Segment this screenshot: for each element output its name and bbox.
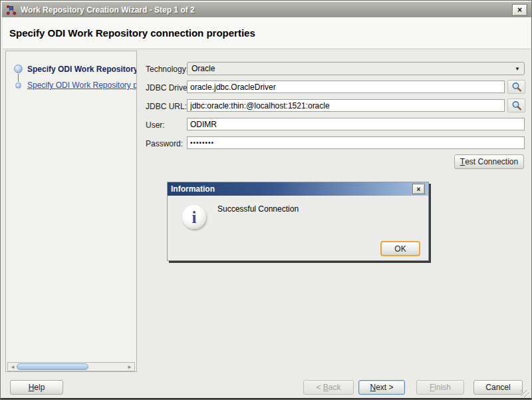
finish-button[interactable]: Finish — [416, 380, 464, 395]
back-button[interactable]: < Back — [303, 380, 354, 395]
step-2-bullet-icon — [15, 83, 21, 89]
next-label: ext > — [376, 383, 393, 392]
jdbc-driver-label: JDBC Driver: — [146, 83, 192, 93]
information-dialog: Information × i Successful Connection OK — [167, 182, 429, 261]
dialog-close-icon[interactable]: × — [412, 184, 425, 194]
test-connection-button[interactable]: Test Connection — [454, 154, 524, 169]
finish-label: inish — [434, 383, 451, 392]
scroll-right-icon[interactable]: ► — [127, 363, 132, 371]
user-input[interactable] — [187, 118, 525, 130]
technology-select[interactable]: Oracle ▼ — [187, 62, 525, 75]
ok-button[interactable]: OK — [380, 241, 420, 256]
chevron-down-icon: ▼ — [515, 66, 520, 72]
window-title: Work Repository Creation Wizard - Step 1… — [21, 5, 195, 15]
sidebar-item-step-2[interactable]: Specify ODI Work Repository prop — [27, 81, 137, 90]
user-label: User: — [146, 120, 165, 130]
info-icon-glyph: i — [192, 209, 197, 226]
jdbc-driver-input[interactable] — [187, 81, 505, 93]
title-bar[interactable]: Work Repository Creation Wizard - Step 1… — [2, 2, 531, 17]
password-label: Password: — [146, 139, 183, 148]
close-icon[interactable]: × — [512, 4, 527, 16]
next-mnemonic: N — [370, 383, 376, 392]
scrollbar-thumb[interactable] — [17, 363, 88, 370]
help-mnemonic: H — [29, 383, 35, 392]
next-button[interactable]: Next > — [358, 380, 405, 395]
app-icon — [6, 5, 17, 15]
jdbc-driver-search-icon[interactable] — [507, 80, 525, 94]
sidebar-horizontal-scrollbar[interactable]: ◄ ► — [7, 362, 135, 371]
wizard-window: Work Repository Creation Wizard - Step 1… — [0, 0, 532, 400]
wizard-header: Specify ODI Work Repository connection p… — [3, 17, 531, 49]
back-label: ack — [329, 383, 341, 392]
dialog-message: Successful Connection — [217, 204, 299, 214]
test-connection-mnemonic: T — [460, 157, 465, 166]
password-input[interactable] — [187, 136, 525, 149]
scroll-left-icon[interactable]: ◄ — [10, 363, 15, 371]
steps-sidebar: Specify ODI Work Repository Specify ODI … — [5, 51, 137, 372]
page-title: Specify ODI Work Repository connection p… — [9, 27, 255, 39]
dialog-title-bar[interactable]: Information × — [168, 182, 428, 196]
info-icon: i — [182, 205, 206, 229]
technology-label: Technology: — [146, 65, 188, 74]
jdbc-url-label: JDBC URL: — [146, 102, 187, 111]
step-1-bullet-icon — [14, 65, 23, 73]
cancel-button[interactable]: Cancel — [473, 380, 523, 395]
sidebar-item-step-1[interactable]: Specify ODI Work Repository — [27, 65, 137, 74]
help-button[interactable]: Help — [10, 380, 63, 395]
step-connector-line — [18, 74, 19, 82]
back-prefix: < — [316, 383, 323, 392]
back-mnemonic: B — [323, 383, 329, 392]
jdbc-url-input[interactable] — [187, 99, 505, 112]
resize-grip-icon[interactable] — [521, 390, 529, 397]
dialog-title: Information — [171, 184, 215, 194]
test-connection-label: est Connection — [465, 157, 518, 166]
technology-selected-value: Oracle — [192, 64, 215, 73]
finish-mnemonic: F — [430, 383, 434, 392]
help-label: elp — [34, 383, 45, 392]
jdbc-url-search-icon[interactable] — [507, 99, 525, 112]
